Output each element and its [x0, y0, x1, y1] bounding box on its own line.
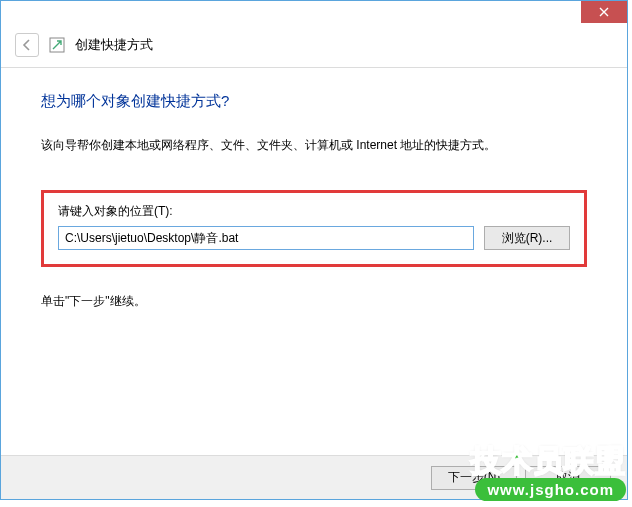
next-button[interactable]: 下一步(N)	[431, 466, 517, 490]
location-section: 请键入对象的位置(T): 浏览(R)...	[41, 190, 587, 267]
location-row: 浏览(R)...	[58, 226, 570, 250]
wizard-heading: 想为哪个对象创建快捷方式?	[41, 92, 587, 111]
close-button[interactable]	[581, 1, 627, 23]
back-arrow-icon	[20, 38, 34, 52]
wizard-window: 创建快捷方式 想为哪个对象创建快捷方式? 该向导帮你创建本地或网络程序、文件、文…	[0, 0, 628, 500]
window-title: 创建快捷方式	[75, 36, 153, 54]
browse-button[interactable]: 浏览(R)...	[484, 226, 570, 250]
cancel-button[interactable]: 取消	[525, 466, 611, 490]
back-button[interactable]	[15, 33, 39, 57]
wizard-description: 该向导帮你创建本地或网络程序、文件、文件夹、计算机或 Internet 地址的快…	[41, 137, 587, 154]
shortcut-icon	[49, 37, 65, 53]
content-area: 想为哪个对象创建快捷方式? 该向导帮你创建本地或网络程序、文件、文件夹、计算机或…	[1, 68, 627, 310]
footer: 下一步(N) 取消	[1, 455, 627, 499]
continue-hint: 单击"下一步"继续。	[41, 293, 587, 310]
location-label: 请键入对象的位置(T):	[58, 203, 570, 220]
location-input[interactable]	[58, 226, 474, 250]
header: 创建快捷方式	[1, 29, 627, 68]
titlebar	[1, 1, 627, 29]
close-icon	[599, 7, 609, 17]
